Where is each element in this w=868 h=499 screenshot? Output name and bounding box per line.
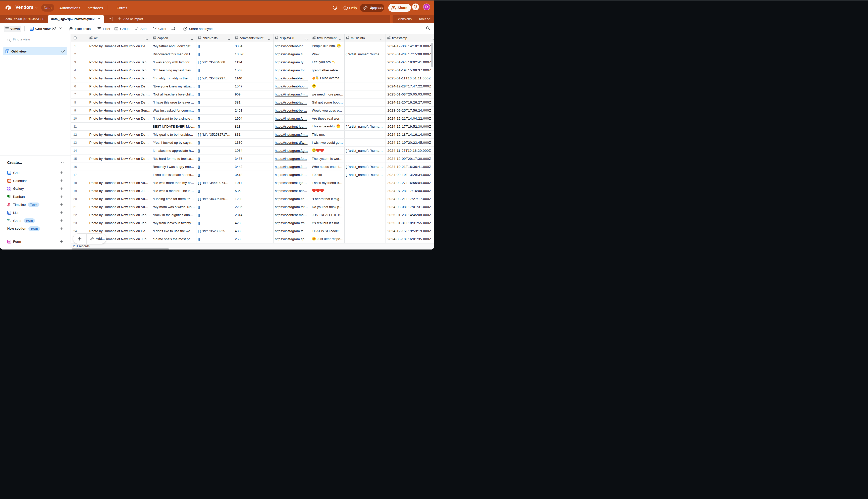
svg-text:31: 31 (8, 180, 10, 182)
